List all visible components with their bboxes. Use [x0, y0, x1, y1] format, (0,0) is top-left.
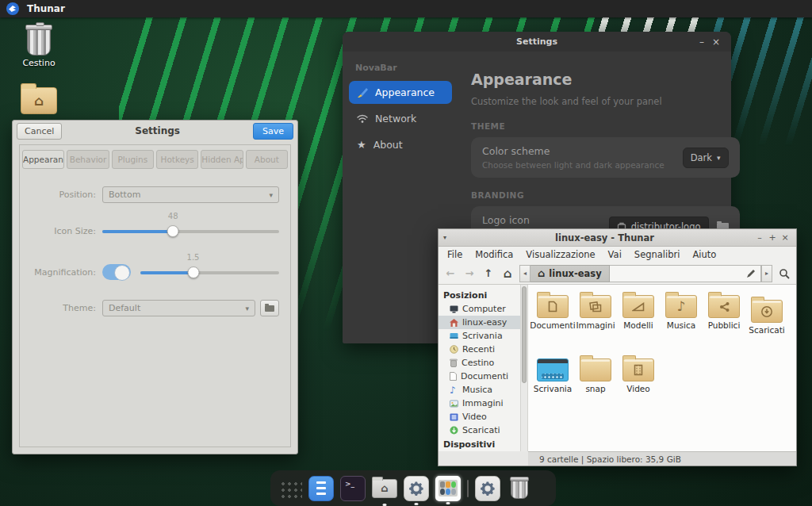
nav-item-appearance[interactable]: Appearance — [349, 81, 452, 104]
sidebar-item-computer[interactable]: Computer — [439, 302, 520, 316]
sidebar-item-music[interactable]: ♪ Musica — [439, 383, 520, 397]
menu-go[interactable]: Vai — [603, 247, 627, 262]
slider-thumb[interactable] — [187, 266, 199, 278]
mini-green-icon — [451, 481, 456, 488]
search-icon — [779, 268, 790, 279]
magnification-toggle[interactable] — [102, 264, 131, 280]
chevron-down-icon: ▾ — [717, 154, 721, 162]
slider-thumb[interactable] — [167, 225, 179, 237]
sidebar-header-devices: Dispositivi — [439, 437, 520, 451]
minimize-icon[interactable]: – — [753, 232, 766, 243]
dock-item-panel-preferences[interactable] — [308, 476, 334, 501]
menu-file[interactable]: File — [442, 247, 468, 262]
sidebar-item-label: Immagini — [462, 398, 503, 408]
file-musica[interactable]: ♪ Musica — [660, 289, 703, 342]
tab-appearance[interactable]: Appearance — [22, 150, 64, 169]
file-immagini[interactable]: Immagini — [574, 289, 617, 342]
desktop-icon-home-folder[interactable]: ⌂ — [15, 87, 63, 114]
nav-item-about[interactable]: ★ About — [349, 133, 452, 156]
tab-hidden-apps[interactable]: Hidden Apps — [201, 150, 243, 169]
home-folder-icon: ⌂ — [21, 87, 57, 114]
file-scrivania[interactable]: Scrivania — [531, 353, 574, 405]
theme-file-browse-button[interactable] — [260, 300, 279, 316]
folder-icon — [751, 300, 783, 323]
music-emblem-icon: ♪ — [677, 300, 686, 313]
settings-manager-icon — [439, 480, 458, 496]
menu-help[interactable]: Aiuto — [687, 247, 722, 262]
path-crumb-current[interactable]: ⌂ linux-easy — [530, 265, 610, 282]
path-scroll-right-button[interactable]: ▸ — [761, 265, 772, 282]
desktop: Thunar Cestino ⌂ Cancel Settings Save Ap… — [0, 0, 812, 506]
edit-pencil-icon[interactable] — [746, 269, 756, 278]
folder-icon — [580, 295, 611, 318]
search-button[interactable] — [776, 265, 793, 282]
sidebar-item-recent[interactable]: Recenti — [439, 343, 520, 356]
scrollbar-thumb[interactable] — [522, 286, 527, 383]
sidebar-item-label: Recenti — [462, 344, 495, 355]
home-icon: ⌂ — [538, 267, 545, 279]
wifi-icon — [357, 114, 368, 124]
forward-button[interactable]: → — [461, 265, 478, 282]
sidebar-scrollbar[interactable] — [521, 285, 528, 451]
menu-bookmarks[interactable]: Segnalibri — [629, 247, 686, 262]
file-scaricati[interactable]: Scaricati — [745, 294, 788, 347]
file-snap[interactable]: snap — [574, 353, 617, 405]
file-label: Modelli — [623, 320, 653, 330]
color-scheme-title: Color scheme — [482, 145, 683, 157]
path-empty-area[interactable] — [610, 265, 761, 282]
clock-icon — [450, 345, 458, 354]
downloads-icon — [450, 426, 458, 435]
file-pubblici[interactable]: Pubblici — [703, 289, 745, 342]
theme-dropdown[interactable]: Default ▾ — [102, 300, 255, 316]
close-icon[interactable]: × — [779, 232, 791, 243]
cancel-button[interactable]: Cancel — [17, 123, 62, 140]
icon-size-slider[interactable]: 48 — [102, 220, 279, 241]
file-modelli[interactable]: Modelli — [617, 289, 660, 342]
sidebar-item-downloads[interactable]: Scaricati — [439, 424, 520, 437]
sidebar-item-desktop[interactable]: Scrivania — [439, 329, 520, 343]
star-icon: ★ — [357, 140, 366, 150]
file-documenti[interactable]: Documenti — [531, 289, 574, 342]
panel-settings-window: Cancel Settings Save Appearance Behavior… — [12, 120, 298, 454]
file-video[interactable]: Video — [617, 353, 660, 405]
tab-hotkeys[interactable]: Hotkeys — [156, 150, 198, 169]
menu-view[interactable]: Visualizzazione — [520, 247, 600, 262]
desktop-icon-trash[interactable]: Cestino — [15, 27, 63, 68]
save-button[interactable]: Save — [253, 123, 293, 140]
distributor-logo-icon[interactable] — [6, 2, 19, 15]
sidebar-item-trash[interactable]: Cestino — [439, 356, 520, 370]
close-icon[interactable]: × — [709, 36, 723, 48]
window-menu-icon[interactable]: ▾ — [443, 234, 456, 241]
tab-about[interactable]: About — [246, 150, 288, 169]
nav-label: Network — [375, 113, 416, 125]
sidebar-item-pictures[interactable]: Immagini — [439, 397, 520, 410]
tab-plugins[interactable]: Plugins — [112, 150, 154, 169]
sidebar-item-home[interactable]: linux-easy — [439, 316, 520, 329]
tab-behavior[interactable]: Behavior — [67, 150, 109, 169]
dock-drag-handle[interactable] — [278, 479, 302, 498]
dock-item-settings[interactable] — [404, 476, 429, 501]
trash-icon — [511, 478, 528, 499]
path-scroll-left-button[interactable]: ◂ — [519, 265, 530, 282]
back-button[interactable]: ← — [442, 265, 459, 282]
up-button[interactable]: ↑ — [480, 265, 497, 282]
terminal-prompt-icon: >_ — [345, 480, 354, 488]
color-scheme-dropdown[interactable]: Dark ▾ — [683, 148, 729, 168]
dock-item-settings-manager[interactable] — [435, 476, 461, 501]
nav-item-network[interactable]: Network — [349, 107, 452, 130]
panel-settings-tabs: Appearance Behavior Plugins Hotkeys Hidd… — [20, 145, 290, 169]
sidebar-item-documents[interactable]: Documenti — [439, 370, 520, 383]
position-dropdown[interactable]: Bottom ▾ — [102, 186, 279, 203]
dock-item-terminal[interactable]: >_ — [340, 476, 366, 501]
mini-gauge-icon — [440, 489, 445, 495]
menu-edit[interactable]: Modifica — [469, 247, 519, 262]
dock-item-trash[interactable] — [507, 476, 532, 501]
minimize-icon[interactable]: – — [695, 36, 709, 48]
magnification-slider[interactable]: 1.5 — [140, 262, 279, 282]
dock-item-file-manager[interactable]: ⌂ — [372, 476, 397, 501]
file-label: Video — [626, 384, 649, 393]
home-button[interactable]: ⌂ — [499, 265, 516, 282]
sidebar-item-videos[interactable]: Video — [439, 410, 520, 424]
dock-item-settings-2[interactable] — [475, 476, 500, 501]
maximize-icon[interactable]: + — [766, 232, 779, 243]
